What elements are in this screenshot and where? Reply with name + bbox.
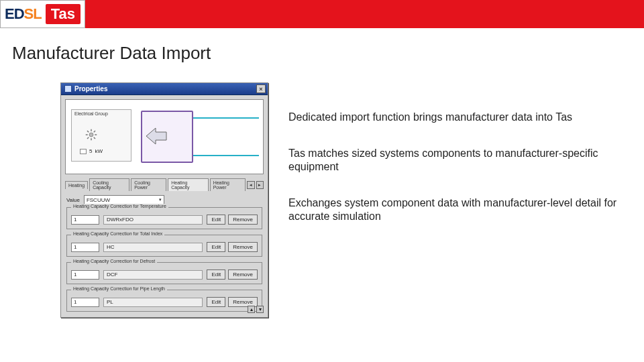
return-arrow-icon	[146, 127, 168, 145]
group-pipe-num[interactable]: 1	[71, 298, 99, 307]
bullet-3: Exchanges system component data with man…	[288, 196, 617, 223]
tab-heating-power[interactable]: Heating Power	[210, 178, 246, 191]
group-temp-num[interactable]: 1	[71, 215, 99, 225]
group-defrost-correction: Heating Capacity Correction for Defrost …	[66, 262, 262, 284]
vertical-scroll-buttons: ▴ ▾	[248, 306, 264, 313]
tab-cooling-capacity[interactable]: Cooling Capacity	[89, 178, 129, 191]
group-temp-edit-button[interactable]: Edit	[207, 215, 225, 225]
electrical-group-box: Electrical Group 5 kW	[71, 109, 131, 162]
group-defrost-readout: DCF	[103, 270, 203, 280]
value-label: Value	[66, 197, 80, 203]
group-temp-remove-button[interactable]: Remove	[228, 215, 258, 225]
tab-cooling-power[interactable]: Cooling Power	[131, 178, 166, 191]
group-index-edit-button[interactable]: Edit	[207, 242, 225, 252]
svg-line-6	[94, 137, 95, 139]
kw-readout: 5 kW	[80, 148, 103, 154]
electrical-group-label: Electrical Group	[72, 110, 131, 117]
group-total-index-correction: Heating Capacity Correction for Total In…	[66, 235, 262, 257]
page-title: Manufacturer Data Import	[0, 28, 644, 64]
group-pipe-readout: PL	[103, 298, 203, 307]
group-defrost-legend: Heating Capacity Correction for Defrost	[71, 259, 157, 263]
brand-logo: EDSL Tas	[0, 0, 85, 28]
value-dropdown[interactable]: FSCUUW ▾	[84, 195, 164, 204]
tab-scroll-left[interactable]: ◂	[247, 181, 254, 189]
scroll-down-button[interactable]: ▾	[256, 306, 264, 313]
group-pipe-length-correction: Heating Capacity Correction for Pipe Len…	[66, 290, 262, 312]
kw-connector-icon	[80, 149, 87, 154]
svg-line-7	[94, 131, 95, 132]
group-temp-correction: Heating Capacity Correction for Temperat…	[66, 207, 262, 229]
group-pipe-edit-button[interactable]: Edit	[207, 297, 225, 307]
tab-scroll-right[interactable]: ▸	[256, 181, 264, 189]
chevron-down-icon: ▾	[159, 197, 162, 202]
group-index-remove-button[interactable]: Remove	[228, 242, 258, 252]
value-row: Value FSCUUW ▾	[61, 191, 268, 204]
group-index-legend: Heating Capacity Correction for Total In…	[71, 231, 164, 236]
bullet-1: Dedicated import function brings manufac…	[288, 111, 617, 124]
group-defrost-edit-button[interactable]: Edit	[207, 269, 225, 280]
svg-point-0	[89, 133, 93, 137]
pipe-supply	[193, 117, 259, 119]
bullet-2: Tas matches sized systems components to …	[288, 147, 617, 174]
group-temp-readout: DWRxFDO	[103, 215, 203, 225]
tab-strip: Heating Cooling Capacity Cooling Power H…	[61, 178, 268, 191]
value-dropdown-text: FSCUUW	[87, 197, 110, 203]
group-index-num[interactable]: 1	[71, 243, 99, 252]
window-icon	[64, 85, 72, 93]
group-index-readout: HC	[103, 243, 203, 252]
close-button[interactable]: ×	[256, 84, 266, 93]
brand-sl: SL	[24, 5, 42, 22]
properties-window: Properties × Electrical Group 5 kW	[60, 82, 268, 318]
svg-line-5	[87, 131, 89, 132]
brand-tas: Tas	[46, 4, 80, 24]
group-defrost-remove-button[interactable]: Remove	[228, 269, 258, 280]
titlebar: Properties ×	[61, 83, 268, 95]
diagram-stage: Electrical Group 5 kW	[65, 99, 264, 174]
bullet-list: Dedicated import function brings manufac…	[268, 82, 617, 318]
brand-ed: ED	[5, 5, 24, 22]
group-pipe-legend: Heating Capacity Correction for Pipe Len…	[71, 286, 167, 291]
kw-label: kW	[95, 148, 103, 154]
brand-edsl: EDSL	[5, 5, 42, 23]
pipe-return	[193, 155, 259, 156]
content-row: Properties × Electrical Group 5 kW	[0, 64, 644, 318]
gear-icon	[85, 129, 97, 141]
svg-line-8	[87, 137, 89, 139]
group-defrost-num[interactable]: 1	[71, 270, 99, 280]
svg-marker-9	[146, 128, 166, 144]
panel-body: Heating Capacity Correction for Temperat…	[61, 204, 268, 317]
tab-heating[interactable]: Heating	[65, 181, 88, 189]
window-title: Properties	[74, 85, 107, 93]
tab-heating-capacity[interactable]: Heating Capacity	[168, 178, 208, 191]
scroll-up-button[interactable]: ▴	[248, 306, 255, 313]
group-temp-legend: Heating Capacity Correction for Temperat…	[71, 204, 168, 208]
kw-value: 5	[89, 148, 92, 154]
header-bar: EDSL Tas	[0, 0, 644, 28]
